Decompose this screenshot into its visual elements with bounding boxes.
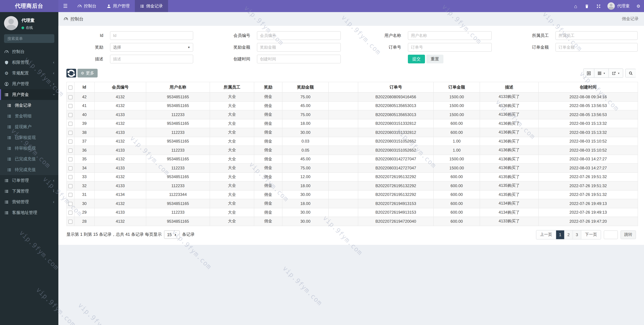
- toolbar-right: ▼ ▼: [583, 68, 636, 78]
- table-cell: 42: [74, 92, 94, 101]
- sidebar-subitem-1[interactable]: 资金明细: [0, 111, 58, 122]
- table-cell: 佣金: [254, 154, 282, 164]
- clear-cache-button[interactable]: [581, 0, 593, 12]
- table-row-8: 344133112233大全佣金75.00B202208031427270471…: [66, 164, 638, 172]
- chevron-down-icon: ‹: [52, 94, 56, 95]
- row-checkbox[interactable]: [68, 202, 72, 206]
- sidebar-item-0[interactable]: 控制台: [0, 46, 58, 57]
- sidebar-subitem-4[interactable]: 待审核提现: [0, 143, 58, 154]
- export-button[interactable]: ▼: [609, 69, 623, 78]
- column-header-0: Id: [74, 82, 94, 92]
- table-cell: B20220726195132292: [358, 190, 434, 199]
- top-nav-item-0[interactable]: 控制台: [72, 0, 102, 12]
- table-cell: 2022-07-26 19:49:13: [538, 199, 638, 208]
- row-checkbox[interactable]: [68, 122, 72, 126]
- jump-page-input[interactable]: [604, 230, 618, 239]
- row-checkbox[interactable]: [68, 95, 72, 99]
- menu-search-input[interactable]: [4, 34, 54, 43]
- fullscreen-button[interactable]: [593, 0, 604, 12]
- main-content: 控制台 佣金记录 Id会员编号用户名称所属员工奖励选择▼奖励金额订单号订单金额描…: [58, 12, 644, 325]
- filter-select-4[interactable]: 选择▼: [110, 43, 193, 52]
- sidebar-item-7[interactable]: 营销管理‹: [0, 196, 58, 207]
- sidebar-item-5[interactable]: 订单管理‹: [0, 175, 58, 186]
- table-cell: 大全: [210, 164, 254, 172]
- sidebar-subitem-5[interactable]: 已完成充值: [0, 154, 58, 164]
- home-button[interactable]: ⌂: [570, 0, 581, 12]
- page-size-select[interactable]: 15 ▲: [164, 230, 180, 239]
- table-cell: 佣金: [254, 92, 282, 101]
- sidebar-item-1[interactable]: 权限管理‹: [0, 57, 58, 68]
- table-cell: 30.00: [282, 217, 328, 226]
- search-toggle-button[interactable]: [625, 69, 636, 78]
- filter-input-2[interactable]: [408, 31, 492, 40]
- filter-input-1[interactable]: [257, 31, 341, 40]
- row-checkbox[interactable]: [68, 113, 72, 117]
- sidebar-item-6[interactable]: 下属管理‹: [0, 186, 58, 196]
- row-checkbox[interactable]: [68, 211, 72, 215]
- row-checkbox[interactable]: [68, 157, 72, 161]
- jump-button[interactable]: 跳转: [620, 230, 636, 239]
- table-cell: 30: [74, 199, 94, 208]
- row-checkbox[interactable]: [68, 166, 72, 170]
- top-nav-item-1[interactable]: 用户管理: [102, 0, 135, 12]
- table-cell: 2022-07-26 19:51:32: [538, 190, 638, 199]
- table-cell: 600.00: [434, 181, 480, 190]
- page-button-3[interactable]: 3: [573, 230, 581, 239]
- sidebar-item-8[interactable]: 客服地址管理: [0, 207, 58, 218]
- top-nav-item-2[interactable]: 佣金记录: [135, 0, 168, 12]
- filter-input-5[interactable]: [257, 43, 341, 52]
- table-cell: 18.00: [282, 181, 328, 190]
- row-checkbox[interactable]: [68, 193, 72, 197]
- column-header-1: 会员编号: [94, 82, 146, 92]
- app-title: 代理商后台: [0, 0, 58, 12]
- sidebar-item-4[interactable]: 用户资金‹: [0, 89, 58, 100]
- list-icon: [4, 200, 9, 204]
- breadcrumb: 控制台 佣金记录: [58, 12, 644, 26]
- filter-input-9[interactable]: [257, 55, 341, 64]
- select-all-checkbox[interactable]: [68, 85, 72, 90]
- page-button-2[interactable]: 2: [564, 230, 573, 239]
- settings-button[interactable]: ⚙: [633, 0, 644, 12]
- row-checkbox[interactable]: [68, 184, 72, 188]
- next-page-button[interactable]: 下一页: [581, 230, 601, 239]
- sidebar-subitem-6[interactable]: 待完成充值: [0, 164, 58, 175]
- sidebar-subitem-2[interactable]: 提现账户: [0, 122, 58, 132]
- grid-columns-icon: [598, 71, 602, 75]
- submit-button[interactable]: 提交: [408, 55, 425, 64]
- table-cell: 9534851165: [146, 101, 210, 110]
- toggle-view-button[interactable]: [584, 69, 594, 78]
- row-checkbox[interactable]: [68, 175, 72, 179]
- list-icon: [4, 210, 9, 215]
- commission-table: Id会员编号用户名称所属员工奖励奖励金额订单号订单金额描述创建时间 424132…: [66, 82, 638, 226]
- filter-input-6[interactable]: [408, 43, 492, 52]
- row-checkbox[interactable]: [68, 104, 72, 108]
- filter-input-3[interactable]: [556, 31, 638, 40]
- table-cell: 4136购买了: [480, 110, 538, 119]
- refresh-button[interactable]: [66, 69, 76, 78]
- more-button[interactable]: ⚙更多: [78, 69, 98, 78]
- table-cell: [328, 208, 358, 217]
- sidebar-subitem-0[interactable]: 佣金记录: [0, 100, 58, 111]
- user-menu[interactable]: 代理童: [604, 2, 633, 10]
- filter-input-7[interactable]: [556, 43, 638, 52]
- filter-input-8[interactable]: [110, 55, 193, 64]
- row-checkbox[interactable]: [68, 220, 72, 224]
- user-name: 代理童: [617, 3, 630, 9]
- table-cell: 31: [74, 190, 94, 199]
- page-button-1[interactable]: 1: [556, 230, 564, 239]
- table-cell: 600.00: [434, 217, 480, 226]
- sidebar-subitem-3[interactable]: 已审核提现: [0, 132, 58, 143]
- table-cell: 112233: [146, 146, 210, 154]
- row-checkbox[interactable]: [68, 140, 72, 144]
- row-checkbox[interactable]: [68, 148, 72, 152]
- table-cell: B20220805135653013: [358, 101, 434, 110]
- sidebar-item-2[interactable]: ⚙常规配置‹: [0, 68, 58, 78]
- sidebar-item-3[interactable]: 用户管理‹: [0, 78, 58, 89]
- table-cell: 1500.00: [434, 154, 480, 164]
- row-checkbox[interactable]: [68, 131, 72, 135]
- reset-button[interactable]: 重置: [426, 55, 444, 64]
- columns-button[interactable]: ▼: [594, 69, 609, 78]
- sidebar-toggle-button[interactable]: ☰: [58, 0, 72, 12]
- filter-input-0[interactable]: [110, 31, 193, 40]
- prev-page-button[interactable]: 上一页: [536, 230, 556, 239]
